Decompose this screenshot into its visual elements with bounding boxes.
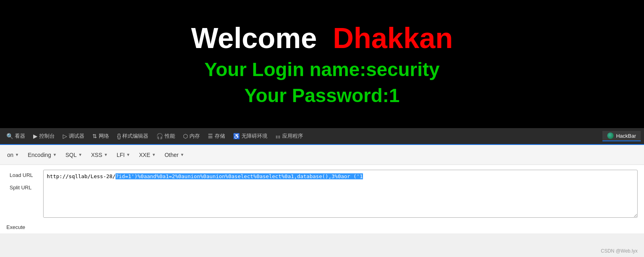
hackbar-url-area <box>43 170 638 218</box>
memory-icon: ⬡ <box>183 133 188 139</box>
toolbar-lfi-button[interactable]: LFI ▼ <box>113 149 134 161</box>
network-label: 网络 <box>99 133 109 140</box>
accessibility-icon: ♿ <box>233 133 240 139</box>
devtools-network[interactable]: ⇅ 网络 <box>89 131 112 141</box>
network-icon: ⇅ <box>92 133 97 139</box>
devtools-accessibility[interactable]: ♿ 无障碍环境 <box>230 131 271 141</box>
memory-label: 内存 <box>189 133 200 140</box>
toolbar-other-button[interactable]: Other ▼ <box>161 149 188 161</box>
execute-row: Execute <box>0 223 644 233</box>
devtools-performance[interactable]: 🎧 性能 <box>153 131 178 141</box>
hero-password-text: Your Password:1 <box>244 84 400 106</box>
toolbar-xxe-button[interactable]: XXE ▼ <box>135 149 160 161</box>
hero-title-row: Welcome Dhakkan <box>191 22 453 54</box>
lfi-chevron-icon: ▼ <box>126 153 130 157</box>
toolbar-on-button[interactable]: on ▼ <box>3 149 23 161</box>
style-label: 样式编辑器 <box>122 133 148 140</box>
inspector-icon: 🔍 <box>6 133 13 139</box>
devtools-application[interactable]: ⚏ 应用程序 <box>272 131 306 141</box>
hero-login-text: Your Login name:security <box>204 58 440 80</box>
split-url-button[interactable]: Split URL <box>6 182 38 193</box>
devtools-memory[interactable]: ⬡ 内存 <box>180 131 203 141</box>
devtools-debugger[interactable]: ▷ 调试器 <box>60 131 88 141</box>
execute-label: Execute <box>6 224 25 230</box>
devtools-storage[interactable]: ☰ 存储 <box>205 131 228 141</box>
devtools-console[interactable]: ▶ 控制台 <box>30 131 58 141</box>
hackbar-label: HackBar <box>616 133 636 139</box>
hero-welcome-text: Welcome <box>191 22 317 54</box>
inspector-label: 看器 <box>15 133 25 140</box>
application-icon: ⚏ <box>275 133 281 139</box>
performance-icon: 🎧 <box>156 133 163 139</box>
xxe-label: XXE <box>139 152 150 158</box>
other-chevron-icon: ▼ <box>180 153 184 157</box>
load-url-button[interactable]: Load URL <box>6 170 38 181</box>
devtools-bar: 🔍 看器 ▶ 控制台 ▷ 调试器 ⇅ 网络 {} 样式编辑器 🎧 性能 ⬡ 内存… <box>0 128 644 145</box>
encoding-chevron-icon: ▼ <box>53 153 57 157</box>
devtools-style-editor[interactable]: {} 样式编辑器 <box>114 131 152 141</box>
debugger-icon: ▷ <box>63 133 67 139</box>
hackbar-main: Load URL Split URL <box>0 165 644 223</box>
encoding-label: Encoding <box>28 152 51 158</box>
style-icon: {} <box>117 133 121 139</box>
toolbar-sql-button[interactable]: SQL ▼ <box>62 149 86 161</box>
accessibility-label: 无障碍环境 <box>241 133 267 140</box>
performance-label: 性能 <box>165 133 175 140</box>
lfi-label: LFI <box>117 152 125 158</box>
on-chevron-icon: ▼ <box>15 153 19 157</box>
on-label: on <box>7 152 14 158</box>
toolbar-encoding-button[interactable]: Encoding ▼ <box>24 149 60 161</box>
application-label: 应用程序 <box>282 133 303 140</box>
sql-label: SQL <box>66 152 77 158</box>
storage-label: 存储 <box>215 133 225 140</box>
hackbar-toolbar: on ▼ Encoding ▼ SQL ▼ XSS ▼ LFI ▼ XXE ▼ … <box>0 145 644 165</box>
hero-section: Welcome Dhakkan Your Login name:security… <box>0 0 644 128</box>
xxe-chevron-icon: ▼ <box>152 153 156 157</box>
url-textarea[interactable] <box>43 170 638 218</box>
sql-chevron-icon: ▼ <box>78 153 82 157</box>
hackbar-sidebar: Load URL Split URL <box>6 170 38 218</box>
hackbar-logo-icon <box>607 133 614 139</box>
devtools-inspector[interactable]: 🔍 看器 <box>3 131 28 141</box>
other-label: Other <box>165 152 179 158</box>
debugger-label: 调试器 <box>69 133 84 140</box>
devtools-hackbar[interactable]: HackBar <box>602 131 641 141</box>
console-label: 控制台 <box>39 133 55 140</box>
toolbar-xss-button[interactable]: XSS ▼ <box>87 149 112 161</box>
storage-icon: ☰ <box>208 133 213 139</box>
console-icon: ▶ <box>33 133 38 139</box>
xss-chevron-icon: ▼ <box>104 153 108 157</box>
hero-name-text: Dhakkan <box>333 22 453 54</box>
xss-label: XSS <box>91 152 102 158</box>
